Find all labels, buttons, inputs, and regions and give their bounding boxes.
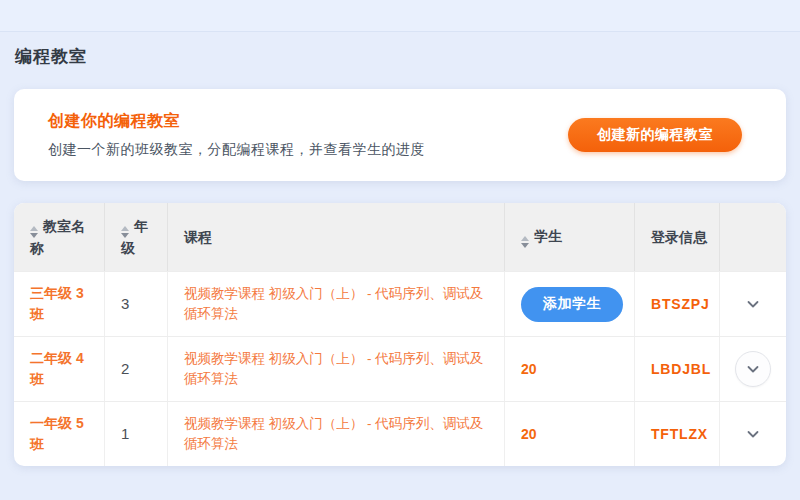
- sort-icon: [121, 226, 129, 238]
- classrooms-table: 教室名称 年级 课程 学生 登录信息: [14, 203, 786, 466]
- column-header-grade[interactable]: 年级: [105, 203, 168, 271]
- student-count: 20: [505, 402, 635, 466]
- chevron-down-icon: [745, 426, 761, 442]
- column-label: 学生: [534, 228, 562, 244]
- sort-icon: [30, 226, 38, 238]
- expand-row-button[interactable]: [735, 416, 771, 452]
- grade-value: 2: [105, 337, 168, 401]
- column-label: 登录信息: [651, 229, 707, 245]
- column-header-course: 课程: [168, 203, 505, 271]
- table-row: 一年级 5班 1 视频教学课程 初级入门（上） - 代码序列、调试及循环算法 2…: [14, 401, 786, 466]
- banner-title: 创建你的编程教室: [48, 111, 425, 132]
- course-link[interactable]: 视频教学课程 初级入门（上） - 代码序列、调试及循环算法: [168, 402, 505, 466]
- table-header: 教室名称 年级 课程 学生 登录信息: [14, 203, 786, 271]
- column-label: 课程: [184, 229, 212, 245]
- top-bar: [0, 0, 800, 32]
- login-code: TFTLZX: [635, 402, 720, 466]
- expand-row-button[interactable]: [735, 286, 771, 322]
- classroom-name-link[interactable]: 一年级 5班: [14, 402, 105, 466]
- column-header-login-info: 登录信息: [635, 203, 720, 271]
- table-header-row: 教室名称 年级 课程 学生 登录信息: [14, 203, 786, 271]
- grade-value: 1: [105, 402, 168, 466]
- grade-value: 3: [105, 272, 168, 336]
- expander-cell: [720, 337, 786, 401]
- banner-text: 创建你的编程教室 创建一个新的班级教室，分配编程课程，并查看学生的进度: [48, 111, 425, 159]
- course-link[interactable]: 视频教学课程 初级入门（上） - 代码序列、调试及循环算法: [168, 337, 505, 401]
- add-students-button[interactable]: 添加学生: [521, 287, 623, 322]
- column-header-students[interactable]: 学生: [505, 203, 635, 271]
- table-body: 三年级 3班 3 视频教学课程 初级入门（上） - 代码序列、调试及循环算法 添…: [14, 271, 786, 466]
- create-classroom-button[interactable]: 创建新的编程教室: [568, 118, 742, 152]
- banner-subtitle: 创建一个新的班级教室，分配编程课程，并查看学生的进度: [48, 141, 425, 159]
- expander-cell: [720, 402, 786, 466]
- login-code: LBDJBL: [635, 337, 720, 401]
- classrooms-page: 编程教室 创建你的编程教室 创建一个新的班级教室，分配编程课程，并查看学生的进度…: [0, 45, 800, 466]
- classroom-name-link[interactable]: 三年级 3班: [14, 272, 105, 336]
- sort-icon: [521, 236, 529, 248]
- create-classroom-banner: 创建你的编程教室 创建一个新的班级教室，分配编程课程，并查看学生的进度 创建新的…: [14, 89, 786, 181]
- page-title: 编程教室: [15, 45, 786, 68]
- classroom-name-link[interactable]: 二年级 4班: [14, 337, 105, 401]
- expander-cell: [720, 272, 786, 336]
- column-label: 教室名称: [30, 218, 85, 256]
- column-header-expander: [720, 203, 786, 271]
- students-cell: 添加学生: [505, 272, 635, 336]
- chevron-down-icon: [745, 361, 761, 377]
- table-row: 三年级 3班 3 视频教学课程 初级入门（上） - 代码序列、调试及循环算法 添…: [14, 271, 786, 336]
- chevron-down-icon: [745, 296, 761, 312]
- course-link[interactable]: 视频教学课程 初级入门（上） - 代码序列、调试及循环算法: [168, 272, 505, 336]
- column-header-classroom-name[interactable]: 教室名称: [14, 203, 105, 271]
- table-row: 二年级 4班 2 视频教学课程 初级入门（上） - 代码序列、调试及循环算法 2…: [14, 336, 786, 401]
- expand-row-button[interactable]: [735, 351, 771, 387]
- login-code: BTSZPJ: [635, 272, 720, 336]
- student-count: 20: [505, 337, 635, 401]
